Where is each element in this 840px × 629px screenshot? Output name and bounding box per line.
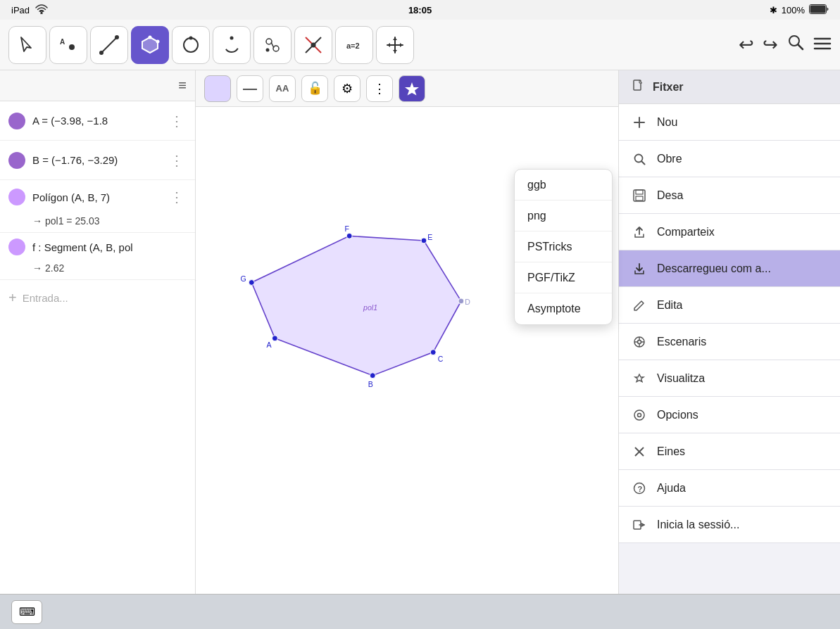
vertex-f[interactable] [346, 233, 352, 239]
svg-point-11 [184, 38, 198, 52]
polygon-sub: → pol1 = 25.03 [32, 215, 99, 227]
lock-btn[interactable]: 🔓 [301, 75, 328, 102]
f-sub: → 2.62 [32, 262, 64, 274]
list-item-b[interactable]: B = (−1.76, −3.29) ⋮ [0, 141, 195, 180]
vertex-b[interactable] [370, 373, 375, 379]
keyboard-button[interactable]: ⌨ [11, 600, 42, 624]
undo-button[interactable]: ↩ [739, 34, 754, 56]
style-btn[interactable] [399, 75, 425, 102]
tool-polygon[interactable] [131, 26, 169, 64]
menu-item-comparteix[interactable]: Comparteix [619, 214, 840, 250]
status-time: 18:05 [408, 5, 432, 15]
vertex-a[interactable] [272, 336, 277, 341]
opcions-icon [632, 407, 647, 423]
vertex-g[interactable] [249, 279, 254, 285]
comparteix-label: Comparteix [657, 226, 827, 239]
battery-label: 100% [782, 5, 805, 15]
menu-item-nou[interactable]: Nou [619, 104, 840, 141]
obre-label: Obre [657, 153, 827, 165]
tool-transform[interactable] [253, 26, 292, 64]
svg-line-5 [101, 37, 117, 53]
battery-icon [809, 4, 829, 16]
export-asymptote[interactable]: Asymptote [515, 293, 612, 324]
export-pgf[interactable]: PGF/TikZ [515, 262, 612, 293]
right-menu: Fitxer Nou Obre Desa Comparteix Descarre… [618, 70, 840, 594]
add-entry[interactable]: + Entrada... [0, 280, 195, 315]
list-item-f[interactable]: f : Segment (A, B, pol → 2.62 [0, 233, 195, 280]
descarregueu-label: Descarregueu com a... [657, 262, 827, 275]
vertex-e[interactable] [421, 238, 427, 243]
text-b: B = (−1.76, −3.29) [32, 153, 160, 167]
dot-f [8, 239, 25, 255]
label-a: A [267, 341, 272, 349]
dot-polygon [8, 189, 25, 205]
vertex-c[interactable] [430, 350, 436, 355]
search-button[interactable] [786, 33, 805, 56]
menu-item-opcions[interactable]: Opcions [619, 397, 840, 433]
svg-point-0 [41, 13, 42, 14]
export-png[interactable]: png [515, 201, 612, 231]
comparteix-icon [632, 224, 647, 240]
tool-arc[interactable] [213, 26, 251, 64]
export-pstricks[interactable]: PSTricks [515, 231, 612, 262]
fitxer-icon [632, 79, 646, 96]
list-header: ≡ [0, 70, 195, 101]
svg-marker-8 [142, 37, 158, 53]
desa-icon [632, 188, 647, 203]
menu-button[interactable] [813, 34, 832, 56]
tool-move[interactable] [376, 26, 414, 64]
list-icon[interactable]: ≡ [178, 77, 187, 94]
menu-a[interactable]: ⋮ [167, 110, 187, 132]
tool-equation[interactable]: a=2 [335, 26, 373, 64]
descarregueu-icon [632, 261, 647, 277]
menu-item-visualitza[interactable]: Visualitza [619, 360, 840, 397]
color-swatch-btn[interactable] [204, 75, 231, 102]
tool-point[interactable]: A [49, 26, 87, 64]
tool-intersect[interactable] [294, 26, 332, 64]
tool-line[interactable] [90, 26, 128, 64]
menu-item-desa[interactable]: Desa [619, 177, 840, 214]
menu-item-descarregueu[interactable]: Descarregueu com a... [619, 250, 840, 287]
list-item-a[interactable]: A = (−3.98, −1.8 ⋮ [0, 101, 195, 141]
label-c: C [438, 355, 444, 363]
svg-rect-33 [636, 190, 643, 194]
export-ggb[interactable]: ggb [515, 170, 612, 201]
toolbar-right: ↩ ↪ [739, 33, 832, 56]
more-btn[interactable]: ⋮ [366, 75, 393, 102]
menu-item-escenaris[interactable]: Escenaris [619, 324, 840, 360]
text-polygon: Polígon (A, B, 7) [32, 190, 160, 205]
line-style-btn[interactable]: — [237, 75, 263, 102]
menu-b[interactable]: ⋮ [167, 149, 187, 172]
menu-polygon[interactable]: ⋮ [167, 186, 187, 208]
menu-item-inicia[interactable]: Inicia la sessió... [619, 507, 840, 543]
status-right: ✱ 100% [770, 4, 829, 16]
svg-rect-34 [636, 196, 643, 201]
settings-btn[interactable]: ⚙ [334, 75, 361, 102]
export-submenu: ggb png PSTricks PGF/TikZ Asymptote [514, 169, 613, 325]
menu-item-ajuda[interactable]: ? Ajuda [619, 470, 840, 507]
polygon-shape [251, 236, 461, 375]
svg-rect-2 [810, 5, 826, 13]
svg-text:A: A [60, 38, 65, 46]
tool-select[interactable] [8, 26, 46, 64]
list-item-polygon[interactable]: Polígon (A, B, 7) ⋮ → pol1 = 25.03 [0, 180, 195, 233]
svg-point-17 [266, 48, 270, 51]
svg-point-10 [156, 39, 160, 43]
vertex-d [458, 298, 464, 304]
text-size-btn[interactable]: AA [269, 75, 296, 102]
dot-b [8, 152, 25, 169]
ajuda-icon: ? [632, 481, 647, 496]
add-plus-icon: + [8, 290, 17, 306]
edita-icon [632, 298, 647, 313]
menu-item-obre[interactable]: Obre [619, 141, 840, 177]
fitxer-label: Fitxer [653, 81, 684, 94]
tool-circle[interactable] [172, 26, 210, 64]
menu-item-edita[interactable]: Edita [619, 287, 840, 324]
svg-point-20 [311, 42, 316, 47]
redo-button[interactable]: ↪ [763, 34, 778, 56]
menu-item-eines[interactable]: Eines [619, 433, 840, 470]
eines-label: Eines [657, 445, 827, 458]
svg-point-41 [634, 410, 644, 420]
eines-icon [632, 444, 647, 459]
escenaris-label: Escenaris [657, 336, 827, 348]
